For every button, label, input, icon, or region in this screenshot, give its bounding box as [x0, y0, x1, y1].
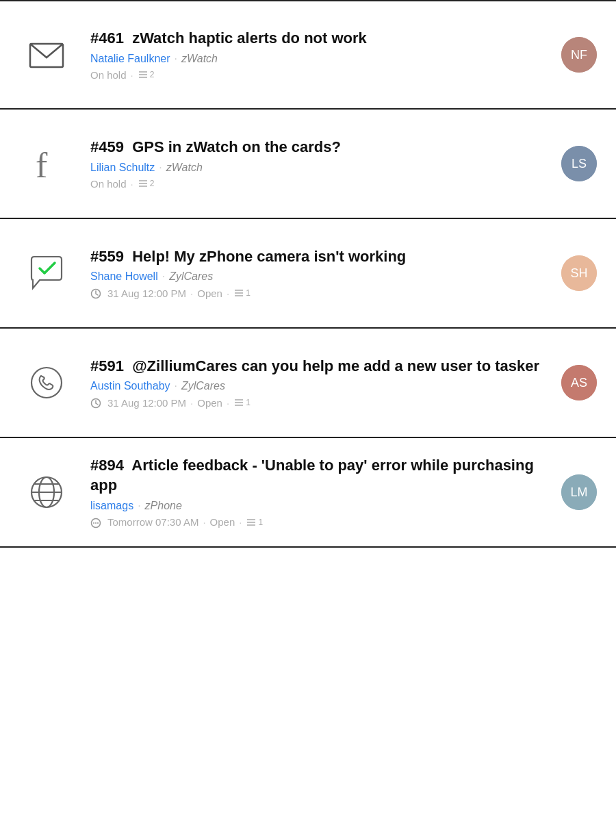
dot-sep: · — [190, 397, 193, 409]
ticket-count: 2 — [138, 69, 155, 80]
ticket-content: #894 Article feedback - 'Unable to pay' … — [90, 456, 545, 528]
ticket-timestamp: 31 Aug 12:00 PM — [107, 397, 186, 409]
ticket-item[interactable]: #894 Article feedback - 'Unable to pay' … — [0, 438, 616, 548]
avatar: AS — [561, 365, 597, 400]
ticket-count: 1 — [246, 517, 263, 528]
avatar: NF — [561, 37, 597, 73]
dot-sep-meta: · — [159, 162, 162, 174]
ticket-content: #559 Help! My zPhone camera isn't workin… — [90, 247, 545, 300]
ticket-content: #459 GPS in zWatch on the cards? Lilian … — [90, 138, 545, 190]
dot-sep-meta: · — [175, 380, 177, 392]
clock-icon — [90, 516, 103, 529]
dot-sep-meta: · — [138, 500, 140, 512]
ticket-status: Open — [210, 516, 235, 528]
svg-point-18 — [31, 368, 62, 398]
ticket-product: zPhone — [145, 500, 182, 512]
svg-text:f: f — [36, 146, 48, 184]
ticket-product: ZylCares — [181, 380, 225, 392]
ticket-status: Open — [197, 288, 222, 299]
ticket-product: zWatch — [166, 162, 203, 174]
ticket-title: #461 zWatch haptic alerts do not work — [90, 29, 545, 49]
ticket-content: #461 zWatch haptic alerts do not work Na… — [90, 29, 545, 81]
clock-icon — [90, 287, 103, 299]
ticket-timestamp: 31 Aug 12:00 PM — [107, 288, 186, 299]
ticket-meta-assignee: Lilian Schultz · zWatch — [90, 162, 545, 174]
ticket-status: On hold — [90, 69, 127, 81]
ticket-meta-datetime: Tomorrow 07:30 AM · Open · 1 — [90, 516, 545, 529]
svg-text:LS: LS — [572, 157, 587, 170]
dot-sep2: · — [239, 516, 242, 528]
dot-sep: · — [190, 288, 193, 299]
ticket-meta-status: On hold · 2 — [90, 69, 545, 81]
svg-text:LM: LM — [570, 485, 587, 499]
svg-text:SH: SH — [570, 266, 587, 280]
svg-point-31 — [93, 522, 94, 524]
ticket-meta-status: On hold · 2 — [90, 178, 545, 190]
ticket-list: #461 zWatch haptic alerts do not work Na… — [0, 0, 616, 548]
svg-text:NF: NF — [571, 48, 587, 62]
dot-sep-meta: · — [162, 270, 165, 283]
ticket-assignee[interactable]: lisamags — [90, 500, 133, 512]
ticket-meta-datetime: 31 Aug 12:00 PM · Open · 1 — [90, 287, 545, 299]
ticket-assignee[interactable]: Natalie Faulkner — [90, 53, 170, 65]
dot-sep-meta: · — [175, 53, 177, 65]
svg-text:AS: AS — [571, 376, 587, 390]
ticket-icon — [19, 253, 74, 294]
ticket-title: #894 Article feedback - 'Unable to pay' … — [90, 456, 545, 495]
ticket-item[interactable]: #591 @ZilliumCares can you help me add a… — [0, 329, 616, 438]
ticket-title: #459 GPS in zWatch on the cards? — [90, 138, 545, 157]
ticket-product: ZylCares — [169, 270, 213, 283]
ticket-meta-assignee: Shane Howell · ZylCares — [90, 270, 545, 283]
dot-sep2: · — [227, 288, 229, 299]
ticket-content: #591 @ZilliumCares can you help me add a… — [90, 357, 545, 409]
ticket-title: #559 Help! My zPhone camera isn't workin… — [90, 247, 545, 267]
ticket-count: 2 — [138, 178, 155, 189]
ticket-product: zWatch — [181, 53, 218, 65]
clock-icon — [90, 396, 103, 409]
ticket-icon — [19, 34, 74, 75]
avatar: LS — [561, 146, 597, 181]
svg-point-32 — [95, 522, 97, 524]
ticket-icon — [19, 362, 74, 403]
dot-sep: · — [131, 69, 133, 81]
ticket-count: 1 — [233, 397, 251, 408]
ticket-timestamp: Tomorrow 07:30 AM — [107, 516, 198, 528]
ticket-title: #591 @ZilliumCares can you help me add a… — [90, 357, 545, 377]
ticket-icon — [19, 472, 74, 513]
dot-sep: · — [131, 178, 133, 190]
ticket-item[interactable]: f #459 GPS in zWatch on the cards? Lilia… — [0, 110, 616, 219]
ticket-status: On hold — [90, 178, 127, 190]
avatar: SH — [561, 255, 597, 291]
avatar: LM — [561, 474, 597, 510]
dot-sep: · — [203, 516, 205, 528]
ticket-count: 1 — [233, 288, 251, 298]
ticket-meta-datetime: 31 Aug 12:00 PM · Open · 1 — [90, 396, 545, 409]
ticket-assignee[interactable]: Austin Southaby — [90, 380, 170, 392]
ticket-meta-assignee: Natalie Faulkner · zWatch — [90, 53, 545, 65]
ticket-icon: f — [19, 143, 74, 184]
svg-point-33 — [97, 522, 99, 524]
ticket-item[interactable]: #559 Help! My zPhone camera isn't workin… — [0, 219, 616, 329]
ticket-meta-assignee: Austin Southaby · ZylCares — [90, 380, 545, 392]
ticket-meta-assignee: lisamags · zPhone — [90, 500, 545, 512]
ticket-item[interactable]: #461 zWatch haptic alerts do not work Na… — [0, 0, 616, 110]
ticket-assignee[interactable]: Lilian Schultz — [90, 162, 155, 174]
ticket-assignee[interactable]: Shane Howell — [90, 270, 158, 283]
dot-sep2: · — [227, 397, 229, 409]
ticket-status: Open — [197, 397, 222, 409]
